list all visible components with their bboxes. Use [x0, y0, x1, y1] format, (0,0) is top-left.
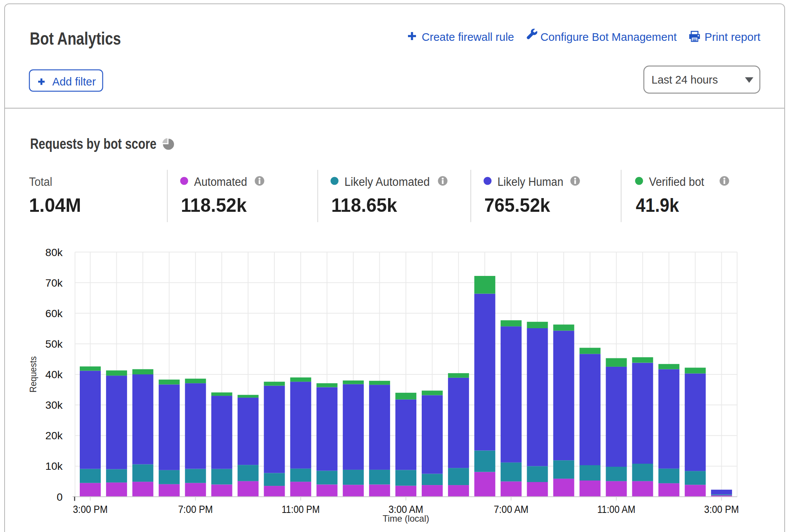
svg-text:3:00 PM: 3:00 PM: [73, 503, 108, 515]
svg-text:30k: 30k: [45, 399, 63, 411]
svg-text:3:00 PM: 3:00 PM: [704, 503, 739, 515]
svg-text:Likely Automated: Likely Automated: [345, 175, 430, 189]
svg-text:118.52k: 118.52k: [181, 195, 247, 216]
svg-text:Print report: Print report: [705, 31, 761, 43]
svg-text:80k: 80k: [45, 247, 63, 258]
svg-text:118.65k: 118.65k: [331, 195, 397, 216]
svg-text:11:00 AM: 11:00 AM: [597, 503, 635, 515]
svg-text:Requests by bot score: Requests by bot score: [30, 136, 156, 152]
svg-text:Time (local): Time (local): [383, 513, 429, 524]
svg-text:Bot Analytics: Bot Analytics: [30, 29, 121, 48]
svg-text:7:00 PM: 7:00 PM: [178, 503, 213, 515]
svg-text:11:00 PM: 11:00 PM: [282, 503, 320, 515]
svg-text:40k: 40k: [45, 369, 63, 380]
svg-text:Requests: Requests: [28, 356, 38, 393]
svg-text:765.52k: 765.52k: [484, 195, 550, 216]
svg-text:10k: 10k: [45, 460, 63, 472]
svg-text:70k: 70k: [45, 277, 63, 289]
svg-text:20k: 20k: [45, 430, 63, 442]
svg-text:41.9k: 41.9k: [636, 195, 679, 216]
svg-text:Likely Human: Likely Human: [498, 175, 564, 189]
svg-text:0: 0: [56, 491, 63, 503]
svg-text:Automated: Automated: [194, 175, 247, 189]
svg-text:Total: Total: [29, 175, 52, 189]
svg-text:Verified bot: Verified bot: [649, 175, 705, 189]
svg-text:50k: 50k: [45, 338, 63, 350]
svg-text:7:00 AM: 7:00 AM: [494, 503, 529, 515]
svg-text:Last 24 hours: Last 24 hours: [651, 73, 718, 86]
svg-text:Add filter: Add filter: [52, 75, 96, 88]
svg-text:Create firewall rule: Create firewall rule: [422, 31, 514, 43]
svg-text:1.04M: 1.04M: [29, 195, 81, 216]
svg-text:60k: 60k: [45, 308, 63, 319]
svg-text:Configure Bot Management: Configure Bot Management: [540, 31, 677, 43]
